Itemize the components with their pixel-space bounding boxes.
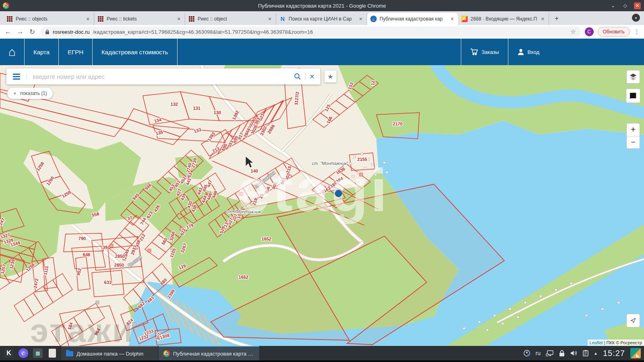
profile-avatar[interactable]: C bbox=[585, 27, 594, 36]
parcel-label: 2170 bbox=[393, 121, 402, 126]
url-bar[interactable]: rosreestr-doc.ru /кадастровая_карта#ct=5… bbox=[40, 27, 581, 37]
login-button[interactable]: Вход bbox=[508, 39, 644, 65]
window-titlebar[interactable]: Публичная кадастровая карта 2021 - Googl… bbox=[0, 0, 644, 11]
forward-icon[interactable]: → bbox=[16, 28, 24, 36]
cadastral-map[interactable]: 1321311301341351331392139382333013302302… bbox=[0, 65, 644, 346]
parcel-label: 1652 bbox=[239, 275, 248, 280]
parcel-label: 130 bbox=[214, 110, 221, 115]
map-search-bar: ✕ bbox=[6, 68, 320, 84]
tray-expander-icon[interactable]: ▲ bbox=[594, 351, 598, 356]
tab-label: Риес :: tickets bbox=[107, 16, 173, 22]
search-input[interactable] bbox=[27, 73, 294, 80]
updates-tray-icon[interactable] bbox=[523, 350, 530, 357]
favorites-button[interactable]: ★ bbox=[324, 70, 336, 82]
orders-label: Заказы bbox=[481, 49, 499, 55]
app-launcher-icon[interactable]: K bbox=[4, 348, 14, 358]
separator bbox=[461, 39, 461, 65]
tab-search-icon[interactable]: ▾ bbox=[632, 14, 640, 22]
calculator-icon[interactable]: ▦ bbox=[33, 348, 43, 358]
cottage bbox=[486, 329, 489, 331]
browser-tab[interactable]: ✉2688 · Входящие — Яндекс.П✕ bbox=[458, 13, 549, 25]
lock-tray-icon[interactable] bbox=[559, 350, 565, 357]
clock[interactable]: 15:27 bbox=[603, 349, 625, 358]
browser-menu-icon[interactable]: ⋮ bbox=[634, 28, 640, 35]
clipboard-tray-icon[interactable] bbox=[583, 350, 588, 356]
cottage bbox=[524, 302, 526, 304]
map-canvas[interactable]: 1321311301341351331392139382333013302302… bbox=[0, 65, 644, 346]
lock-icon bbox=[45, 29, 50, 35]
browser-tab[interactable]: NПоиск на карте ЦИАН в Сар✕ bbox=[276, 13, 367, 25]
update-chrome-button[interactable]: Обновить bbox=[598, 27, 630, 37]
viber-icon[interactable]: ✆ bbox=[19, 348, 28, 358]
orders-button[interactable]: Заказы bbox=[461, 39, 508, 65]
show-results-button[interactable]: ▼ показать (1) bbox=[7, 88, 53, 99]
search-icon[interactable] bbox=[294, 73, 301, 80]
reload-icon[interactable]: ↻ bbox=[28, 28, 36, 36]
maximize-icon[interactable]: ◇ bbox=[622, 2, 628, 9]
cottage bbox=[517, 316, 519, 318]
nav-item-3[interactable]: Кадастровая стоимость bbox=[93, 39, 177, 65]
taskbar: K ✆ ▦ Домашняя папка — DolphinПубличная … bbox=[0, 346, 644, 360]
extent-button[interactable] bbox=[626, 88, 640, 103]
desktop-pager[interactable] bbox=[630, 348, 641, 358]
chrome-icon bbox=[163, 350, 170, 357]
tab-close-icon[interactable]: ✕ bbox=[540, 16, 545, 22]
task-label: Домашняя папка — Dolphin bbox=[76, 351, 143, 357]
tab-close-icon[interactable]: ✕ bbox=[450, 16, 455, 22]
site-header: ⌂ КартаЕГРНКадастровая стоимость Заказы … bbox=[0, 39, 644, 65]
leaflet-link[interactable]: Leaflet bbox=[590, 340, 603, 345]
layers-button[interactable] bbox=[626, 70, 640, 84]
taskbar-task[interactable]: Публичная кадастровая карта 20… bbox=[159, 346, 259, 360]
new-tab-button[interactable]: + bbox=[551, 13, 562, 24]
close-icon[interactable]: ✕ bbox=[634, 2, 641, 9]
chevron-down-icon: ▼ bbox=[13, 91, 17, 96]
url-path: /кадастровая_карта#ct=51.796825&cg=46.36… bbox=[93, 29, 567, 35]
browser-tab[interactable]: ⌂Публичная кадастровая кар✕ bbox=[367, 13, 458, 25]
nav-item-2[interactable]: ЕГРН bbox=[59, 39, 92, 65]
parcel-label: 2850 bbox=[114, 263, 124, 267]
map-attribution: Leaflet | ПКК © Росреестр bbox=[588, 339, 644, 346]
separator bbox=[24, 39, 25, 65]
separator bbox=[92, 39, 93, 65]
tab-close-icon[interactable]: ✕ bbox=[85, 16, 91, 22]
back-icon[interactable]: ← bbox=[4, 28, 12, 36]
user-icon bbox=[517, 48, 524, 56]
building bbox=[110, 244, 113, 247]
dolphin-icon bbox=[66, 351, 73, 356]
locate-button[interactable] bbox=[626, 314, 640, 327]
zoom-out-button[interactable]: − bbox=[627, 136, 640, 149]
mail-favicon: ✉ bbox=[461, 16, 468, 22]
menu-icon[interactable] bbox=[6, 74, 27, 80]
browser-tab[interactable]: Риес :: object✕ bbox=[185, 13, 276, 25]
minimize-icon[interactable]: ⌄ bbox=[610, 2, 616, 9]
building bbox=[96, 301, 99, 304]
home-icon[interactable]: ⌂ bbox=[0, 45, 24, 59]
separator bbox=[58, 39, 59, 65]
browser-tab[interactable]: Риес :: tickets✕ bbox=[94, 13, 185, 25]
bookmark-star-icon[interactable]: ☆ bbox=[570, 28, 576, 35]
tab-close-icon[interactable]: ✕ bbox=[267, 16, 272, 22]
notes-icon[interactable] bbox=[49, 349, 56, 358]
selected-parcel-marker bbox=[335, 190, 342, 197]
parcel-label: 631 bbox=[104, 280, 111, 285]
cottage bbox=[601, 308, 604, 310]
cottage bbox=[478, 321, 481, 323]
clear-search-icon[interactable]: ✕ bbox=[310, 73, 315, 80]
taskbar-task[interactable]: Домашняя папка — Dolphin bbox=[61, 346, 158, 360]
login-label: Вход bbox=[528, 49, 539, 55]
tab-close-icon[interactable]: ✕ bbox=[358, 16, 363, 22]
window-title: Публичная кадастровая карта 2021 - Googl… bbox=[0, 3, 644, 9]
network-tray-icon[interactable] bbox=[546, 350, 554, 356]
zoom-in-button[interactable]: + bbox=[627, 123, 640, 136]
parcel-label: 39 bbox=[103, 245, 107, 250]
volume-tray-icon[interactable] bbox=[570, 350, 578, 356]
nav-item-1[interactable]: Карта bbox=[25, 39, 58, 65]
keyboard-layout[interactable]: ru bbox=[536, 350, 541, 356]
task-label: Публичная кадастровая карта 20… bbox=[173, 351, 254, 357]
tab-label: Поиск на карте ЦИАН в Сар bbox=[289, 16, 355, 22]
cottage bbox=[502, 323, 504, 325]
tab-close-icon[interactable]: ✕ bbox=[176, 16, 182, 22]
tab-strip: Риес :: objects✕Риес :: tickets✕Риес :: … bbox=[0, 11, 644, 25]
building bbox=[148, 249, 151, 252]
browser-tab[interactable]: Риес :: objects✕ bbox=[3, 13, 94, 25]
